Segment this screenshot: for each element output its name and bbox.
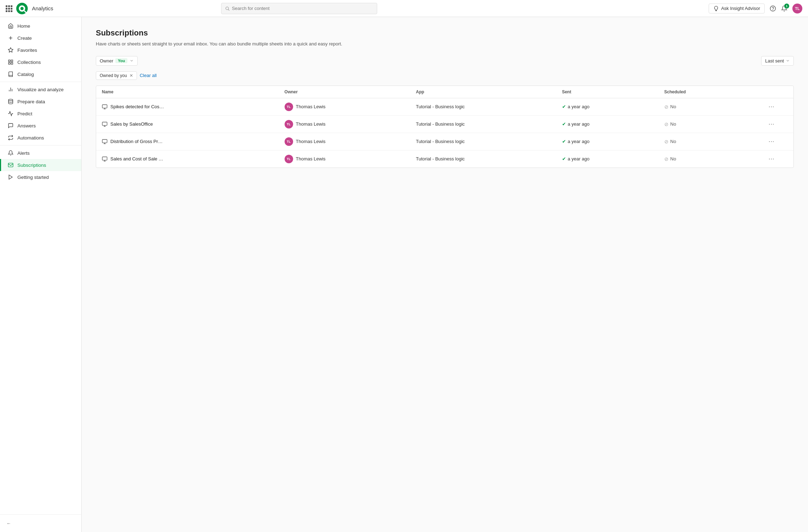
scheduled-no-icon-0: ⊘	[664, 104, 669, 110]
clear-all-button[interactable]: Clear all	[140, 73, 157, 78]
subscriptions-icon	[7, 162, 14, 168]
svg-rect-31	[102, 157, 107, 160]
sidebar-label-alerts: Alerts	[17, 150, 30, 156]
answers-icon	[7, 123, 14, 128]
sidebar-item-automations[interactable]: Automations	[0, 132, 81, 144]
table-row: Spikes detected for Cos… TL Thomas Lewis…	[96, 98, 793, 116]
filter-left: Owner You	[96, 56, 138, 66]
sent-time-0: a year ago	[568, 104, 589, 109]
cell-name-3: Sales and Cost of Sale …	[102, 156, 285, 162]
more-options-button-0[interactable]: ···	[766, 103, 776, 111]
owner-filter-button[interactable]: Owner You	[96, 56, 138, 66]
sidebar-label-home: Home	[17, 23, 30, 29]
sidebar-item-create[interactable]: Create	[0, 32, 81, 44]
owner-avatar-3: TL	[285, 155, 293, 163]
subscriptions-table: Name Owner App Sent Scheduled Spikes det…	[96, 86, 794, 168]
app-switcher-icon[interactable]	[6, 5, 12, 12]
owner-avatar-1: TL	[285, 120, 293, 128]
scheduled-no-icon-2: ⊘	[664, 139, 669, 144]
home-icon	[7, 23, 14, 29]
more-options-button-2[interactable]: ···	[766, 138, 776, 146]
sidebar-label-collections: Collections	[17, 60, 41, 65]
chart-row-icon	[102, 121, 108, 127]
subscription-name-0[interactable]: Spikes detected for Cos…	[110, 104, 164, 109]
qlik-logo[interactable]	[16, 2, 28, 15]
app-name: Analytics	[32, 5, 53, 11]
table-row: Sales by SalesOffice TL Thomas Lewis Tut…	[96, 116, 793, 133]
sidebar-item-home[interactable]: Home	[0, 20, 81, 32]
cell-app-3: Tutorial - Business logic	[416, 156, 562, 161]
sidebar-label-getting-started: Getting started	[17, 175, 49, 180]
page-title: Subscriptions	[96, 28, 794, 38]
sidebar-item-answers[interactable]: Answers	[0, 120, 81, 132]
sidebar-label-visualize: Visualize and analyze	[17, 87, 64, 92]
chart-row-icon	[102, 156, 108, 162]
star-icon	[7, 47, 14, 53]
owner-avatar-0: TL	[285, 103, 293, 111]
svg-rect-28	[102, 139, 107, 143]
sidebar-item-favorites[interactable]: Favorites	[0, 44, 81, 56]
sidebar-label-subscriptions: Subscriptions	[17, 163, 46, 168]
sort-button[interactable]: Last sent	[761, 56, 794, 66]
app-name-1: Tutorial - Business logic	[416, 121, 465, 127]
alerts-icon	[7, 150, 14, 156]
cell-name-0: Spikes detected for Cos…	[102, 104, 285, 110]
cell-actions-0: ···	[766, 103, 788, 111]
sidebar-item-getting-started[interactable]: Getting started	[0, 171, 81, 183]
cell-actions-2: ···	[766, 138, 788, 146]
sidebar-label-automations: Automations	[17, 135, 44, 141]
sidebar-item-subscriptions[interactable]: Subscriptions	[0, 159, 81, 171]
col-name: Name	[102, 89, 285, 94]
sidebar-item-predict[interactable]: Predict	[0, 108, 81, 120]
cell-owner-2: TL Thomas Lewis	[285, 137, 416, 146]
app-name-3: Tutorial - Business logic	[416, 156, 465, 161]
svg-rect-20	[8, 163, 13, 167]
insight-advisor-button[interactable]: Ask Insight Advisor	[709, 4, 765, 13]
cell-app-1: Tutorial - Business logic	[416, 121, 562, 127]
catalog-icon	[7, 71, 14, 77]
scheduled-value-2: No	[670, 139, 676, 144]
sidebar-item-catalog[interactable]: Catalog	[0, 68, 81, 80]
sidebar: Home Create Favorites Collections	[0, 17, 82, 532]
owner-name-1: Thomas Lewis	[296, 121, 326, 127]
svg-point-2	[21, 7, 24, 10]
filter-bar: Owner You Last sent	[96, 56, 794, 66]
more-options-button-1[interactable]: ···	[766, 120, 776, 128]
user-avatar[interactable]: TL	[792, 4, 802, 13]
more-options-button-3[interactable]: ···	[766, 155, 776, 163]
sidebar-item-visualize[interactable]: Visualize and analyze	[0, 83, 81, 95]
insight-advisor-icon	[713, 6, 719, 11]
sort-label: Last sent	[765, 58, 784, 64]
sent-time-1: a year ago	[568, 121, 589, 127]
sidebar-item-prepare[interactable]: Prepare data	[0, 95, 81, 108]
app-name-0: Tutorial - Business logic	[416, 104, 465, 109]
create-icon	[7, 35, 14, 41]
sidebar-item-alerts[interactable]: Alerts	[0, 147, 81, 159]
notifications-button[interactable]: 1	[781, 5, 787, 12]
owner-filter-label: Owner	[100, 58, 113, 64]
owner-filter-value: You	[115, 58, 127, 63]
sent-time-3: a year ago	[568, 156, 589, 161]
collapse-sidebar-button[interactable]: ←	[0, 517, 81, 529]
search-bar[interactable]	[221, 3, 377, 14]
cell-actions-1: ···	[766, 120, 788, 128]
collapse-icon: ←	[6, 521, 11, 526]
cell-scheduled-1: ⊘ No	[664, 121, 766, 127]
sidebar-item-collections[interactable]: Collections	[0, 56, 81, 68]
svg-rect-25	[102, 122, 107, 125]
automations-icon	[7, 135, 14, 141]
svg-point-19	[9, 99, 13, 100]
remove-filter-button[interactable]: ✕	[130, 73, 133, 78]
search-input[interactable]	[232, 6, 373, 11]
help-button[interactable]	[770, 5, 776, 12]
scheduled-no-icon-1: ⊘	[664, 121, 669, 127]
scheduled-value-0: No	[670, 104, 676, 109]
subscription-name-2[interactable]: Distribution of Gross Pr…	[110, 139, 163, 144]
active-filter-tag: Owned by you ✕	[96, 71, 137, 80]
subscription-name-1[interactable]: Sales by SalesOffice	[110, 121, 153, 127]
main-content: Subscriptions Have charts or sheets sent…	[82, 17, 808, 532]
sidebar-bottom: ←	[0, 514, 81, 532]
page-description: Have charts or sheets sent straight to y…	[96, 40, 794, 48]
insight-advisor-label: Ask Insight Advisor	[721, 6, 760, 11]
subscription-name-3[interactable]: Sales and Cost of Sale …	[110, 156, 163, 161]
